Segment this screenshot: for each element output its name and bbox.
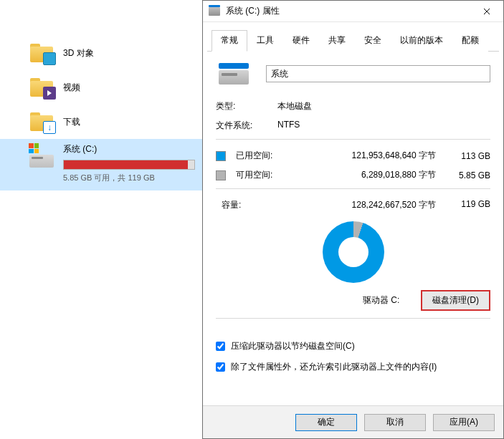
compress-checkbox-row[interactable]: 压缩此驱动器以节约磁盘空间(C)	[216, 340, 490, 352]
divider	[216, 318, 490, 319]
folder-3d-icon	[29, 40, 54, 66]
cancel-button[interactable]: 取消	[364, 414, 426, 431]
divider	[216, 188, 490, 189]
capacity-gb: 119 GB	[443, 199, 490, 211]
compress-label: 压缩此驱动器以节约磁盘空间(C)	[231, 340, 355, 352]
explorer-panel: 3D 对象 视频 ↓ 下载 系统 (C:) 5.85 GB 可用，共 119 G…	[0, 0, 202, 439]
filesystem-value: NTFS	[277, 120, 300, 132]
free-label: 可用空间:	[236, 169, 290, 181]
explorer-item-label: 下载	[63, 116, 80, 128]
apply-button[interactable]: 应用(A)	[433, 414, 495, 431]
tab-tools[interactable]: 工具	[247, 30, 283, 52]
type-value: 本地磁盘	[277, 100, 312, 112]
index-checkbox-row[interactable]: 除了文件属性外，还允许索引此驱动器上文件的内容(I)	[216, 361, 490, 373]
explorer-item-3d-objects[interactable]: 3D 对象	[0, 36, 202, 70]
tab-content: 类型: 本地磁盘 文件系统: NTFS 已用空间: 121,953,648,64…	[203, 52, 503, 405]
used-swatch-icon	[216, 151, 226, 161]
tab-sharing[interactable]: 共享	[319, 30, 355, 52]
close-button[interactable]	[470, 1, 503, 22]
volume-name-input[interactable]	[266, 65, 490, 82]
filesystem-label: 文件系统:	[216, 120, 277, 132]
properties-dialog: 系统 (C:) 属性 常规 工具 硬件 共享 安全 以前的版本 配额 类型: 本…	[202, 0, 504, 439]
explorer-item-label: 视频	[63, 82, 80, 94]
compress-checkbox[interactable]	[216, 342, 225, 351]
drive-usage-bar	[63, 160, 195, 170]
free-swatch-icon	[216, 170, 226, 180]
folder-video-icon	[29, 74, 54, 100]
dialog-title: 系统 (C:) 属性	[226, 5, 470, 17]
ok-button[interactable]: 确定	[295, 414, 357, 431]
type-label: 类型:	[216, 100, 277, 112]
drive-large-icon	[219, 63, 249, 85]
explorer-item-label: 3D 对象	[63, 47, 94, 59]
close-icon	[483, 8, 490, 15]
index-label: 除了文件属性外，还允许索引此驱动器上文件的内容(I)	[231, 361, 437, 373]
free-bytes: 6,289,018,880 字节	[298, 169, 436, 181]
drive-name: 系统 (C:)	[63, 143, 195, 155]
tab-bar: 常规 工具 硬件 共享 安全 以前的版本 配额	[207, 25, 499, 52]
tab-security[interactable]: 安全	[355, 30, 391, 52]
index-checkbox[interactable]	[216, 362, 225, 372]
usage-pie-chart	[323, 221, 384, 283]
free-gb: 5.85 GB	[443, 170, 490, 180]
used-bytes: 121,953,648,640 字节	[298, 150, 436, 162]
drive-small-icon	[209, 7, 220, 16]
divider	[216, 139, 490, 140]
used-gb: 113 GB	[443, 151, 490, 161]
drive-icon	[29, 143, 54, 169]
folder-download-icon: ↓	[29, 109, 54, 135]
explorer-drive-c[interactable]: 系统 (C:) 5.85 GB 可用，共 119 GB	[0, 139, 202, 190]
used-label: 已用空间:	[236, 150, 290, 162]
tab-general[interactable]: 常规	[211, 30, 247, 52]
dialog-footer: 确定 取消 应用(A)	[203, 405, 503, 438]
titlebar: 系统 (C:) 属性	[203, 1, 503, 22]
tab-hardware[interactable]: 硬件	[283, 30, 319, 52]
drive-letter-label: 驱动器 C:	[363, 294, 399, 307]
tab-previous-versions[interactable]: 以前的版本	[391, 30, 452, 52]
explorer-item-downloads[interactable]: ↓ 下载	[0, 105, 202, 139]
disk-cleanup-button[interactable]: 磁盘清理(D)	[421, 290, 490, 311]
capacity-bytes: 128,242,667,520 字节	[296, 199, 436, 211]
tab-quota[interactable]: 配额	[452, 30, 488, 52]
explorer-item-videos[interactable]: 视频	[0, 70, 202, 105]
drive-subtext: 5.85 GB 可用，共 119 GB	[63, 173, 195, 183]
capacity-label: 容量:	[222, 199, 289, 211]
